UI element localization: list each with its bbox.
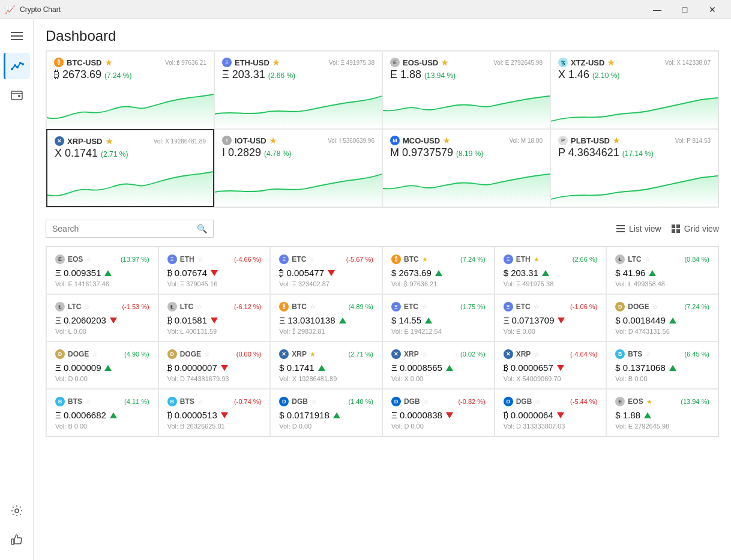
chart-symbol-icon: ꜩ xyxy=(558,58,568,67)
coin-card[interactable]: ✕ XRP ☆ (0.02 %) Ξ 0.0008565 Vol: X 0.00 xyxy=(382,342,495,389)
sidebar-item-chart[interactable] xyxy=(4,53,30,79)
coin-vol: Vol: B 0.00 xyxy=(615,375,709,382)
title-bar: 📈 Crypto Chart — □ ✕ xyxy=(0,0,731,19)
coin-price: $ 41.96 xyxy=(615,268,645,278)
chart-star-icon: ★ xyxy=(105,58,112,67)
coin-card[interactable]: B BTS ☆ (6.45 %) $ 0.1371068 Vol: B 0.00 xyxy=(606,342,718,389)
coin-card[interactable]: D DOGE ☆ (4.90 %) Ξ 0.000009 Vol: D 0.00 xyxy=(46,342,158,389)
arrow-down-icon xyxy=(446,412,453,418)
coin-price: Ξ 13.0310138 xyxy=(279,315,335,325)
coin-card[interactable]: D DGB ☆ (-0.82 %) Ξ 0.0000838 Vol: D 0.0… xyxy=(382,389,495,436)
top-chart-card[interactable]: ✕ XRP-USD ★ Vol: X 19286481.89 X 0.1741 … xyxy=(46,129,214,207)
minimize-button[interactable]: — xyxy=(643,0,671,19)
coin-name: DOGE xyxy=(180,350,201,358)
coin-price-row: Ξ 0.000009 xyxy=(55,363,149,373)
search-input[interactable] xyxy=(52,224,197,233)
coin-vol: Vol: D 744381679.93 xyxy=(167,375,262,382)
top-chart-card[interactable]: Ξ ETH-USD ★ Vol: Ξ 491975.38 Ξ 203.31 (2… xyxy=(214,51,382,129)
settings-button[interactable] xyxy=(4,498,30,524)
coin-price: ₿ 0.0000513 xyxy=(167,410,217,420)
header: Dashboard xyxy=(34,19,731,50)
coin-header: Ξ ETC ☆ (1.75 %) xyxy=(391,302,486,312)
hamburger-button[interactable] xyxy=(4,24,30,48)
coin-price-row: Ξ 0.0713709 xyxy=(504,315,598,325)
coin-change: (13.94 %) xyxy=(681,398,709,405)
chart-symbol: ₿ BTC-USD ★ xyxy=(54,58,112,67)
chart-symbol-text: IOT-USD xyxy=(235,136,266,145)
top-chart-card[interactable]: M MCO-USD ★ Vol: M 18.00 M 0.9737579 (8.… xyxy=(382,129,550,207)
top-charts-section: ₿ BTC-USD ★ Vol: ₿ 97636.21 ₿ 2673.69 (7… xyxy=(34,50,731,208)
chart-symbol-text: EOS-USD xyxy=(403,58,438,67)
coin-change: (7.24 %) xyxy=(460,256,486,263)
top-chart-card[interactable]: ₿ BTC-USD ★ Vol: ₿ 97636.21 ₿ 2673.69 (7… xyxy=(46,51,214,129)
coin-vol: Vol: D 0.00 xyxy=(279,423,373,430)
chart-vol: Vol: Ξ 491975.38 xyxy=(329,59,375,66)
coin-header: B BTS ☆ (-0.74 %) xyxy=(167,397,262,406)
chart-price: M 0.9737579 (8.19 %) xyxy=(390,146,543,159)
coin-card[interactable]: D DOGE ☆ (7.24 %) $ 0.0018449 Vol: D 474… xyxy=(606,294,718,342)
coin-price: $ 203.31 xyxy=(504,268,538,278)
coin-card[interactable]: D DGB ☆ (-5.44 %) ₿ 0.0000064 Vol: D 313… xyxy=(495,389,607,436)
coin-star-icon: ☆ xyxy=(535,398,541,406)
coin-card[interactable]: Ξ ETC ☆ (1.75 %) $ 14.55 Vol: E 194212.5… xyxy=(382,294,495,342)
coin-card[interactable]: Ł LTC ☆ (-6.12 %) ₿ 0.01581 Vol: Ł 40013… xyxy=(158,294,271,342)
coin-vol: Vol: D 4743131.56 xyxy=(615,328,709,335)
coin-symbol-icon: D xyxy=(391,397,401,406)
chart-symbol: ✕ XRP-USD ★ xyxy=(55,136,113,146)
coin-change: (2.71 %) xyxy=(348,351,373,358)
coin-symbol-icon: B xyxy=(167,397,177,406)
top-chart-card[interactable]: E EOS-USD ★ Vol: E 2792645.98 E 1.88 (13… xyxy=(382,51,550,129)
coin-change: (4.89 %) xyxy=(348,303,373,310)
chart-change: (2.66 %) xyxy=(268,71,295,80)
maximize-button[interactable]: □ xyxy=(671,0,699,19)
coin-symbol-icon: Ł xyxy=(615,254,625,264)
list-view-button[interactable]: List view xyxy=(616,224,661,233)
chart-vol: Vol: X 19286481.89 xyxy=(154,138,206,145)
coin-card[interactable]: ₿ BTC ☆ (4.89 %) Ξ 13.0310138 Vol: ₿ 298… xyxy=(270,294,382,342)
coin-card[interactable]: Ł LTC ☆ (0.84 %) $ 41.96 Vol: Ł 499358.4… xyxy=(606,247,718,294)
coin-change: (-0.74 %) xyxy=(234,398,261,405)
coin-header: Ł LTC ☆ (-1.53 %) xyxy=(55,302,149,312)
coin-card[interactable]: ✕ XRP ★ (2.71 %) $ 0.1741 Vol: X 1928648… xyxy=(270,342,382,389)
coin-card[interactable]: D DOGE ☆ (0.00 %) ₿ 0.0000007 Vol: D 744… xyxy=(158,342,271,389)
chart-star-icon: ★ xyxy=(441,58,448,67)
mini-chart xyxy=(215,170,382,206)
sidebar-bottom xyxy=(4,498,30,560)
coin-card[interactable]: Ł LTC ☆ (-1.53 %) Ξ 0.2060203 Vol: Ł 0.0… xyxy=(46,294,158,342)
grid-view-button[interactable]: Grid view xyxy=(671,224,719,233)
coin-change: (1.40 %) xyxy=(348,398,373,405)
close-button[interactable]: ✕ xyxy=(699,0,726,19)
coin-card[interactable]: ✕ XRP ☆ (-4.64 %) ₿ 0.0000657 Vol: X 540… xyxy=(495,342,607,389)
coin-change: (0.84 %) xyxy=(684,256,709,263)
coin-card[interactable]: Ξ ETH ★ (2.66 %) $ 203.31 Vol: Ξ 491975.… xyxy=(495,247,607,294)
coin-card[interactable]: Ξ ETH ☆ (-4.66 %) ₿ 0.07674 Vol: Ξ 37904… xyxy=(158,247,271,294)
coin-card[interactable]: Ξ ETC ☆ (-5.67 %) ₿ 0.005477 Vol: Ξ 3234… xyxy=(270,247,382,294)
coin-card[interactable]: D DGB ☆ (1.40 %) $ 0.0171918 Vol: D 0.00 xyxy=(270,389,382,436)
coin-symbol-icon: D xyxy=(504,397,513,406)
top-chart-card[interactable]: I IOT-USD ★ Vol: I 5360639.96 I 0.2829 (… xyxy=(214,129,382,207)
svg-rect-5 xyxy=(11,91,22,100)
coin-card[interactable]: Ξ ETC ☆ (-1.06 %) Ξ 0.0713709 Vol: E 0.0… xyxy=(495,294,607,342)
search-box[interactable]: 🔍 xyxy=(46,220,214,238)
coin-card[interactable]: E EOS ★ (13.94 %) $ 1.88 Vol: E 2792645.… xyxy=(606,389,718,436)
chart-vol: Vol: E 2792645.98 xyxy=(493,59,543,66)
top-chart-card[interactable]: ꜩ XTZ-USD ★ Vol: X 142338.07 X 1.46 (2.1… xyxy=(550,51,718,129)
coin-star-icon: ☆ xyxy=(534,303,540,311)
thumbsup-button[interactable] xyxy=(4,526,30,553)
coin-card[interactable]: ₿ BTC ★ (7.24 %) $ 2673.69 Vol: ₿ 97636.… xyxy=(382,247,495,294)
coin-name: BTS xyxy=(180,397,194,406)
chart-vol: Vol: I 5360639.96 xyxy=(328,137,375,144)
coin-card[interactable]: B BTS ☆ (-0.74 %) ₿ 0.0000513 Vol: B 263… xyxy=(158,389,271,436)
arrow-up-icon xyxy=(339,318,346,324)
coin-card[interactable]: E EOS ☆ (13.97 %) Ξ 0.009351 Vol: E 1416… xyxy=(46,247,158,294)
coin-price: $ 0.0018449 xyxy=(615,315,665,325)
coin-symbol-icon: Ξ xyxy=(504,254,513,264)
arrow-up-icon xyxy=(104,270,112,276)
svg-rect-12 xyxy=(672,224,675,228)
top-chart-card[interactable]: P PLBT-USD ★ Vol: P 814.53 P 4.3634621 (… xyxy=(550,129,718,207)
svg-rect-15 xyxy=(676,229,680,233)
coin-star-icon: ☆ xyxy=(197,256,203,263)
sidebar-item-wallet[interactable] xyxy=(4,82,30,108)
arrow-down-icon xyxy=(221,365,228,371)
coin-card[interactable]: B BTS ☆ (4.11 %) Ξ 0.0006682 Vol: B 0.00 xyxy=(46,389,158,436)
